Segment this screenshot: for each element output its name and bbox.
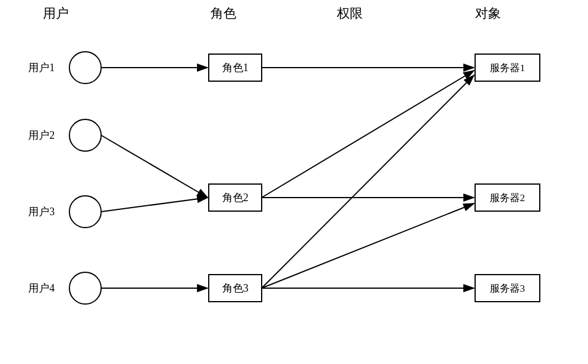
arrow-user2-role2	[101, 135, 208, 198]
user1-circle	[69, 52, 101, 84]
role1-label: 角色1	[222, 62, 249, 74]
obj2-label: 服务器2	[490, 192, 525, 203]
arrow-role3-obj2	[262, 203, 474, 288]
role3-label: 角色3	[222, 282, 249, 294]
obj3-label: 服务器3	[490, 283, 525, 294]
user3-label: 用户3	[28, 206, 55, 218]
arrows-svg: 用户1 用户2 用户3 用户4 角色1 角色2 角色3 服务器1 服务器2 服务…	[0, 0, 588, 364]
arrow-role3-obj1	[262, 75, 474, 288]
arrow-user3-role2	[101, 198, 208, 212]
arrow-role2-obj1	[262, 71, 474, 198]
user2-circle	[69, 119, 101, 151]
role2-label: 角色2	[222, 192, 249, 203]
user2-label: 用户2	[28, 129, 55, 141]
diagram-container: 用户 角色 权限 对象 用户1 用户2 用户3 用户4 角色1 角色2 角色3	[0, 0, 588, 364]
user4-circle	[69, 272, 101, 304]
user4-label: 用户4	[28, 282, 55, 294]
user1-label: 用户1	[28, 62, 55, 74]
obj1-label: 服务器1	[490, 62, 525, 74]
user3-circle	[69, 196, 101, 228]
